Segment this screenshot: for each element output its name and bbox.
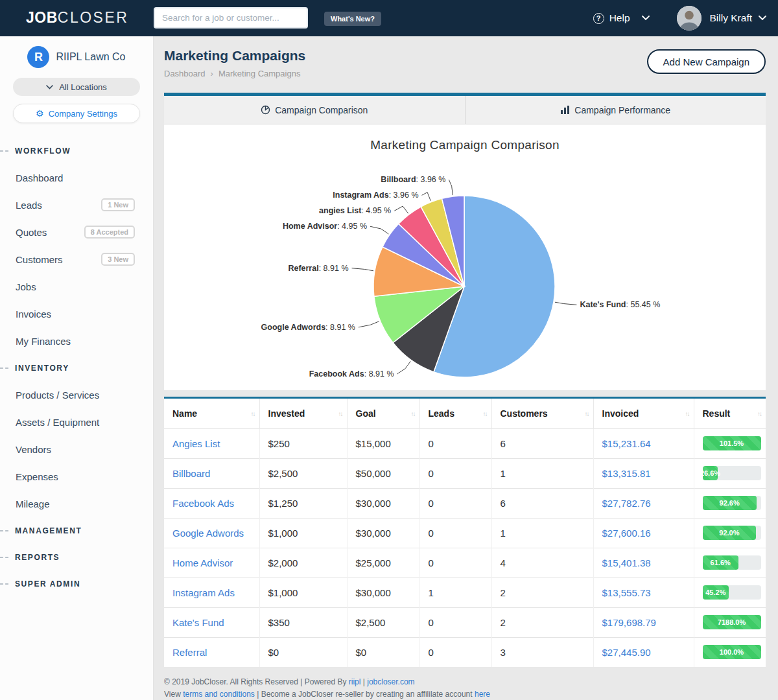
section-dash-icon xyxy=(0,530,8,531)
sidebar-section-super-admin[interactable]: SUPER ADMIN xyxy=(0,570,153,597)
tab-campaign-comparison[interactable]: Campaign Comparison xyxy=(164,96,465,124)
user-avatar[interactable] xyxy=(677,6,701,30)
column-header-goal[interactable]: Goal↑↓ xyxy=(347,399,419,428)
leads-cell: 0 xyxy=(419,458,491,488)
column-header-leads[interactable]: Leads↑↓ xyxy=(419,399,491,428)
pie-label-facebook-ads: Facebook Ads: 8.91 % xyxy=(309,369,394,379)
sort-icon[interactable]: ↑↓ xyxy=(483,410,487,417)
sidebar-item-dashboard[interactable]: Dashboard xyxy=(0,164,153,191)
campaign-name-link[interactable]: Billboard xyxy=(172,468,210,479)
app-logo[interactable]: JOBCLOSER xyxy=(26,9,128,27)
all-locations-dropdown[interactable]: All Locations xyxy=(13,78,140,96)
chevron-down-icon[interactable] xyxy=(759,16,766,21)
campaign-name-link[interactable]: Google Adwords xyxy=(172,528,244,539)
invested-cell: $1,250 xyxy=(259,488,347,518)
sidebar-item-quotes[interactable]: Quotes8 Accepted xyxy=(0,218,153,246)
table-row: Google Adwords$1,000$30,00001$27,600.169… xyxy=(164,518,766,548)
column-header-customers[interactable]: Customers↑↓ xyxy=(491,399,593,428)
column-header-invested[interactable]: Invested↑↓ xyxy=(259,399,347,428)
whats-new-button[interactable]: What's New? xyxy=(324,12,381,26)
column-header-result[interactable]: Result↑↓ xyxy=(694,399,766,428)
sidebar-section-workflow[interactable]: WORKFLOW xyxy=(0,137,153,164)
sidebar-item-products-services[interactable]: Products / Services xyxy=(0,381,153,408)
pie-label-connector xyxy=(449,180,453,195)
invoiced-cell-link[interactable]: $15,231.64 xyxy=(602,438,651,449)
tab-label: Campaign Performance xyxy=(574,105,670,115)
sidebar-section-inventory[interactable]: INVENTORY xyxy=(0,355,153,381)
invoiced-cell: $27,600.16 xyxy=(593,518,694,548)
pie-chart-panel: Marketing Campaign Comparison Kate's Fun… xyxy=(164,124,766,390)
company-settings-label: Company Settings xyxy=(49,109,117,119)
search-input[interactable] xyxy=(154,7,308,29)
leads-cell: 0 xyxy=(419,488,491,518)
result-progress-bar: 92.6% xyxy=(703,496,761,510)
invested-cell: $1,000 xyxy=(259,518,347,548)
invoiced-cell: $13,315.81 xyxy=(593,458,694,488)
sort-icon[interactable]: ↑↓ xyxy=(411,410,415,417)
invested-cell: $2,000 xyxy=(259,548,347,578)
sidebar-item-assets-equipment[interactable]: Assets / Equipment xyxy=(0,408,153,436)
invoiced-cell-link[interactable]: $13,315.81 xyxy=(602,468,651,479)
sidebar-section-management[interactable]: MANAGEMENT xyxy=(0,517,153,544)
campaign-name-link[interactable]: Home Advisor xyxy=(172,557,233,568)
company-settings-button[interactable]: ⚙ Company Settings xyxy=(13,104,140,123)
riipl-link[interactable]: riipl xyxy=(349,677,361,686)
sidebar-badge: 1 New xyxy=(101,198,135,211)
jobcloser-link[interactable]: jobcloser.com xyxy=(367,677,414,686)
company-header[interactable]: R RIIPL Lawn Co xyxy=(0,46,153,68)
goal-cell: $0 xyxy=(347,637,419,667)
column-header-invoiced[interactable]: Invoiced↑↓ xyxy=(593,399,694,428)
result-label: 26.6% xyxy=(700,469,720,477)
help-menu[interactable]: ? Help xyxy=(593,12,650,24)
campaign-name-link[interactable]: Referral xyxy=(172,647,207,658)
sidebar-item-leads[interactable]: Leads1 New xyxy=(0,191,153,218)
sort-icon[interactable]: ↑↓ xyxy=(338,410,342,417)
table-row: Home Advisor$2,000$25,00004$15,401.3861.… xyxy=(164,548,766,578)
sort-icon[interactable]: ↑↓ xyxy=(585,410,589,417)
table-header-row: Name↑↓Invested↑↓Goal↑↓Leads↑↓Customers↑↓… xyxy=(164,399,766,428)
breadcrumb-dashboard[interactable]: Dashboard xyxy=(164,69,206,78)
sidebar-item-my-finances[interactable]: My Finances xyxy=(0,327,153,355)
invoiced-cell-link[interactable]: $179,698.79 xyxy=(602,617,656,628)
invoiced-cell-link[interactable]: $27,782.76 xyxy=(602,498,651,509)
invoiced-cell-link[interactable]: $13,555.73 xyxy=(602,587,651,598)
result-cell: 100.0% xyxy=(694,637,766,667)
campaign-name-link[interactable]: Kate's Fund xyxy=(172,617,224,628)
result-cell: 101.5% xyxy=(694,428,766,458)
sidebar-item-customers[interactable]: Customers3 New xyxy=(0,246,153,273)
result-label: 92.0% xyxy=(719,529,739,537)
user-name[interactable]: Billy Kraft xyxy=(710,12,752,24)
sidebar-item-vendors[interactable]: Vendors xyxy=(0,436,153,463)
column-label: Invoiced xyxy=(602,408,639,419)
column-label: Name xyxy=(172,408,197,419)
affiliate-link[interactable]: here xyxy=(475,690,490,699)
sidebar-item-mileage[interactable]: Mileage xyxy=(0,490,153,517)
leads-cell: 0 xyxy=(419,637,491,667)
campaign-name-link[interactable]: Instagram Ads xyxy=(172,587,235,598)
sidebar-section-reports[interactable]: REPORTS xyxy=(0,544,153,570)
campaign-name-link[interactable]: Facebook Ads xyxy=(172,498,234,509)
sidebar-item-expenses[interactable]: Expenses xyxy=(0,463,153,490)
result-label: 92.6% xyxy=(720,499,740,507)
column-header-name[interactable]: Name↑↓ xyxy=(164,399,259,428)
invoiced-cell-link[interactable]: $15,401.38 xyxy=(602,557,651,568)
pie-label-kate-s-fund: Kate's Fund: 55.45 % xyxy=(580,300,660,309)
sort-icon[interactable]: ↑↓ xyxy=(251,410,255,417)
section-dash-icon xyxy=(0,368,8,369)
sidebar-item-jobs[interactable]: Jobs xyxy=(0,273,153,300)
pie-label-angies-list: angies List: 4.95 % xyxy=(319,206,391,215)
sort-icon[interactable]: ↑↓ xyxy=(685,410,689,417)
table-row: Kate's Fund$350$2,50002$179,698.797188.0… xyxy=(164,607,766,637)
sort-icon[interactable]: ↑↓ xyxy=(757,410,761,417)
result-progress-bar: 45.2% xyxy=(703,585,761,600)
campaign-name-link[interactable]: Angies List xyxy=(172,438,220,449)
sidebar-item-invoices[interactable]: Invoices xyxy=(0,300,153,327)
terms-link[interactable]: terms and conditions xyxy=(183,690,255,699)
result-progress-bar: 100.0% xyxy=(703,645,761,659)
add-new-campaign-button[interactable]: Add New Campaign xyxy=(647,49,766,74)
leads-cell: 1 xyxy=(419,578,491,607)
invoiced-cell-link[interactable]: $27,445.90 xyxy=(602,647,651,658)
invoiced-cell-link[interactable]: $27,600.16 xyxy=(602,528,651,539)
pie-label-instagram-ads: Instagram Ads: 3.96 % xyxy=(333,191,418,200)
tab-campaign-performance[interactable]: Campaign Performance xyxy=(465,96,766,124)
